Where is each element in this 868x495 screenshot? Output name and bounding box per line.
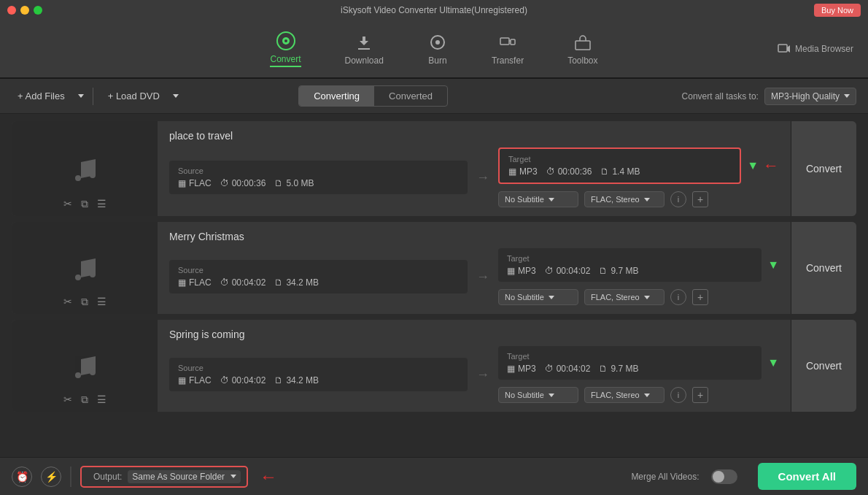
toolbox-label: Toolbox	[567, 55, 597, 66]
target-box-1: Target ▦MP3 ⏱00:04:02 🗋9.7 MB	[498, 248, 762, 282]
target-wrapper-1: Target ▦MP3 ⏱00:04:02 🗋9.7 MB	[498, 248, 779, 282]
svg-point-15	[90, 369, 96, 375]
toolbar-item-burn[interactable]: Burn	[420, 28, 455, 69]
subtitle-select-2[interactable]: No Subtitle	[498, 387, 578, 403]
toolbar-item-download[interactable]: Download	[338, 28, 391, 69]
content-area: ✂ ⧉ ☰ place to travel Source ▦FLAC ⏱00:0…	[0, 114, 868, 457]
target-label-0: Target	[508, 155, 731, 164]
source-target-row-0: Source ▦FLAC ⏱00:00:36 🗋5.0 MB →	[169, 147, 779, 207]
maximize-button[interactable]	[34, 6, 42, 15]
svg-rect-5	[500, 38, 509, 45]
source-format-1: ▦FLAC	[178, 277, 212, 288]
minimize-button[interactable]	[20, 6, 29, 15]
source-label-1: Source	[178, 266, 459, 275]
target-wrapper-0: Target ▦MP3 ⏱00:00:36 🗋1.4 MB	[498, 147, 779, 184]
add-effect-button-0[interactable]: +	[692, 191, 708, 207]
format-select[interactable]: MP3-High Quality	[764, 88, 856, 105]
subtitle-select-0[interactable]: No Subtitle	[498, 191, 578, 207]
svg-point-10	[75, 175, 81, 181]
file-item-1: ✂ ⧉ ☰ Merry Christmas Source ▦FLAC ⏱00:0…	[12, 222, 856, 314]
load-dvd-button[interactable]: + Load DVD	[102, 88, 166, 104]
action-bar: + Add Files + Load DVD Converting Conver…	[0, 79, 868, 114]
toolbar-item-toolbox[interactable]: Toolbox	[560, 28, 605, 69]
convert-button-0[interactable]: Convert	[791, 121, 856, 216]
target-dropdown-0[interactable]: ▼	[747, 159, 759, 172]
copy-icon-2[interactable]: ⧉	[81, 394, 88, 406]
cut-icon-2[interactable]: ✂	[63, 394, 72, 406]
bottom-divider	[70, 467, 71, 487]
media-browser-btn[interactable]: Media Browser	[778, 42, 853, 55]
schedule-button[interactable]: ⏰	[12, 467, 32, 487]
source-details-0: ▦FLAC ⏱00:00:36 🗋5.0 MB	[178, 178, 459, 188]
burn-label: Burn	[428, 55, 446, 66]
audio-select-2[interactable]: FLAC, Stereo	[584, 387, 664, 403]
subtitle-audio-row-0: No Subtitle FLAC, Stereo i +	[498, 191, 779, 207]
copy-icon-0[interactable]: ⧉	[81, 198, 88, 210]
cut-icon-1[interactable]: ✂	[63, 296, 72, 308]
transfer-label: Transfer	[492, 55, 524, 66]
target-size-1: 🗋9.7 MB	[599, 266, 638, 276]
audio-dropdown-arrow-2	[644, 394, 650, 397]
convert-icon	[276, 31, 296, 51]
format-dropdown-arrow	[844, 94, 850, 98]
convert-button-2[interactable]: Convert	[791, 320, 856, 412]
info-button-0[interactable]: i	[670, 191, 686, 207]
output-section: Output: Same As Source Folder	[80, 466, 248, 488]
subtitle-value-1: No Subtitle	[505, 293, 544, 302]
load-dvd-dropdown-arrow[interactable]	[173, 94, 179, 98]
target-label-2: Target	[507, 352, 753, 361]
add-files-button[interactable]: + Add Files	[12, 88, 71, 104]
source-format-2: ▦FLAC	[178, 375, 212, 385]
boost-button[interactable]: ⚡	[41, 467, 61, 487]
convert-all-button[interactable]: Convert All	[758, 463, 856, 490]
target-dropdown-2[interactable]: ▼	[767, 356, 779, 369]
menu-icon-1[interactable]: ☰	[97, 296, 106, 308]
menu-icon-2[interactable]: ☰	[97, 394, 106, 406]
subtitle-audio-row-2: No Subtitle FLAC, Stereo i +	[498, 387, 779, 403]
source-size-1: 🗋34.2 MB	[274, 277, 319, 288]
convert-button-1[interactable]: Convert	[791, 222, 856, 314]
tab-converted[interactable]: Converted	[374, 86, 447, 106]
add-files-dropdown-arrow[interactable]	[78, 94, 84, 98]
menu-icon-0[interactable]: ☰	[97, 198, 106, 210]
file-thumbnail-0: ✂ ⧉ ☰	[12, 121, 158, 216]
source-box-0: Source ▦FLAC ⏱00:00:36 🗋5.0 MB	[169, 161, 468, 194]
subtitle-value-2: No Subtitle	[505, 391, 544, 399]
source-details-2: ▦FLAC ⏱00:04:02 🗋34.2 MB	[178, 375, 459, 385]
cut-icon-0[interactable]: ✂	[63, 198, 72, 210]
add-effect-button-2[interactable]: +	[692, 387, 708, 403]
tab-converting[interactable]: Converting	[299, 86, 374, 106]
output-dropdown-arrow	[230, 475, 236, 478]
copy-icon-1[interactable]: ⧉	[81, 296, 88, 308]
source-box-2: Source ▦FLAC ⏱00:04:02 🗋34.2 MB	[169, 358, 468, 391]
file-thumbnail-2: ✂ ⧉ ☰	[12, 320, 158, 412]
toolbox-icon	[573, 32, 593, 53]
tab-group: Converting Converted	[298, 85, 448, 107]
audio-select-0[interactable]: FLAC, Stereo	[584, 191, 664, 207]
output-select[interactable]: Same As Source Folder	[128, 470, 241, 483]
info-button-1[interactable]: i	[670, 289, 686, 305]
close-button[interactable]	[7, 6, 16, 15]
app-title: iSkysoft Video Converter Ultimate(Unregi…	[341, 5, 527, 15]
subtitle-value-0: No Subtitle	[505, 195, 544, 204]
merge-toggle[interactable]	[711, 469, 737, 484]
audio-value-0: FLAC, Stereo	[591, 195, 640, 204]
source-size-0: 🗋5.0 MB	[274, 178, 314, 188]
download-label: Download	[345, 55, 384, 66]
audio-select-1[interactable]: FLAC, Stereo	[584, 289, 664, 305]
subtitle-select-1[interactable]: No Subtitle	[498, 289, 578, 305]
file-item-2: ✂ ⧉ ☰ Spring is coming Source ▦FLAC ⏱00:…	[12, 320, 856, 412]
toolbar-item-transfer[interactable]: Transfer	[484, 28, 531, 69]
source-duration-1: ⏱00:04:02	[220, 277, 266, 288]
file-name-0: place to travel	[169, 130, 779, 142]
add-effect-button-1[interactable]: +	[692, 289, 708, 305]
svg-point-14	[75, 372, 81, 378]
thumb-controls-1: ✂ ⧉ ☰	[63, 296, 106, 308]
red-arrow-annotation-0: ←	[763, 156, 779, 175]
subtitle-dropdown-arrow-0	[549, 198, 554, 202]
target-dropdown-1[interactable]: ▼	[767, 258, 779, 272]
info-button-2[interactable]: i	[670, 387, 686, 403]
thumb-controls-2: ✂ ⧉ ☰	[63, 394, 106, 406]
buy-now-button[interactable]: Buy Now	[814, 4, 861, 17]
toolbar-item-convert[interactable]: Convert	[263, 27, 308, 71]
